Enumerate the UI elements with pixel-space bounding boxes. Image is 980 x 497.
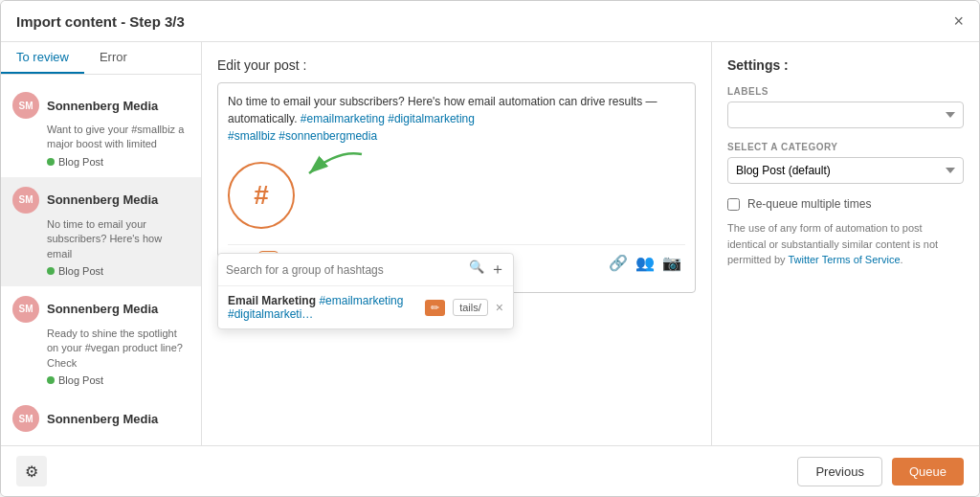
item-desc: Ready to shine the spotlight on your #ve… (47, 327, 189, 371)
labels-select[interactable] (727, 102, 964, 128)
tabs-row: To review Error (1, 42, 201, 75)
item-tag: Blog Post (47, 265, 189, 277)
item-name: Sonnenberg Media (47, 412, 158, 426)
avatar: SM (12, 296, 39, 323)
modal-title: Import content - Step 3/3 (16, 13, 185, 30)
queue-button[interactable]: Queue (892, 458, 964, 486)
avatar: SM (12, 187, 39, 214)
labels-field-label: LABELS (727, 86, 964, 97)
previous-button[interactable]: Previous (797, 457, 882, 486)
item-header: SM Sonnenberg Media (12, 92, 189, 119)
modal-header: Import content - Step 3/3 × (1, 1, 979, 42)
settings-title: Settings : (727, 57, 964, 73)
hashtag-digitalmarketing[interactable]: #digitalmarketing (388, 112, 475, 125)
edit-post-label: Edit your post : (217, 57, 696, 73)
search-icon: 🔍 (469, 260, 484, 280)
item-header: SM Sonnenberg Media (12, 405, 189, 432)
requeue-row: Re-queue multiple times (727, 197, 964, 211)
tag-label: Blog Post (58, 156, 103, 168)
tab-error[interactable]: Error (84, 42, 143, 74)
hashtag-result-row[interactable]: Email Marketing #emailmarketing #digital… (218, 286, 513, 328)
bottom-icon: ⚙ (16, 456, 47, 486)
twitter-tos-link[interactable]: Twitter Terms of Service (788, 254, 900, 265)
requeue-label: Re-queue multiple times (747, 197, 871, 211)
hashtag-emailmarketing[interactable]: #emailmarketing (301, 112, 385, 125)
details-button[interactable]: tails/ (453, 299, 488, 316)
post-text: No time to email your subscribers? Here'… (228, 93, 685, 145)
item-header: SM Sonnenberg Media (12, 187, 189, 214)
item-name: Sonnenberg Media (47, 302, 158, 316)
hashtag-search-icons: 🔍 ＋ (469, 260, 505, 280)
green-arrow-icon (300, 149, 367, 188)
edit-hashtag-button[interactable]: ✏ (425, 300, 445, 316)
close-hashtag-button[interactable]: × (496, 300, 503, 315)
hashtag-search-row: 🔍 ＋ (218, 254, 513, 286)
center-panel: Edit your post : No time to email your s… (202, 42, 711, 445)
list-item[interactable]: SM Sonnenberg Media Ready to shine the s… (1, 286, 201, 395)
add-icon[interactable]: ＋ (490, 260, 505, 280)
tag-label: Blog Post (58, 265, 103, 277)
item-desc: No time to email your subscribers? Here'… (47, 217, 189, 261)
hashtag-sonnenbergmedia[interactable]: #sonnenbergmedia (278, 129, 377, 143)
modal-footer: ⚙ Previous Queue (1, 445, 979, 496)
item-name: Sonnenberg Media (47, 192, 158, 207)
hashtag-dropdown: 🔍 ＋ Email Marketing #emailmarketing #dig… (217, 253, 514, 329)
camera-icon[interactable]: 📷 (662, 254, 681, 272)
category-field-label: SELECT A CATEGORY (727, 142, 964, 152)
hashtag-search-input[interactable] (226, 263, 463, 277)
avatar: SM (12, 92, 39, 119)
item-header: SM Sonnenberg Media (12, 296, 189, 323)
list-item[interactable]: SM Sonnenberg Media Want to give your #s… (1, 82, 201, 177)
hashtag-smallbiz[interactable]: #smallbiz (228, 129, 276, 143)
close-button[interactable]: × (953, 12, 964, 30)
hashtag-icon: # (254, 180, 269, 211)
list-item[interactable]: SM Sonnenberg Media No time to email you… (1, 177, 201, 286)
settings-icon: ⚙ (25, 463, 38, 481)
image-group-icon[interactable]: 👥 (635, 254, 655, 272)
modal-body: To review Error SM Sonnenberg Media Want… (1, 42, 979, 445)
list-item[interactable]: SM Sonnenberg Media (1, 395, 201, 445)
item-name: Sonnenberg Media (47, 99, 158, 113)
item-desc: Want to give your #smallbiz a major boos… (47, 123, 189, 152)
tab-to-review[interactable]: To review (1, 42, 84, 74)
status-dot (47, 376, 55, 384)
requeue-checkbox[interactable] (727, 198, 740, 211)
sidebar-items: SM Sonnenberg Media Want to give your #s… (1, 75, 201, 445)
sidebar: To review Error SM Sonnenberg Media Want… (1, 42, 202, 445)
hashtag-group-name: Email Marketing (228, 294, 316, 307)
disclaimer-text: The use of any form of automation to pos… (727, 220, 964, 268)
avatar: SM (12, 405, 39, 432)
hashtag-result-text: Email Marketing #emailmarketing #digital… (228, 294, 417, 321)
category-select[interactable]: Blog Post (default) (727, 157, 964, 184)
item-tag: Blog Post (47, 374, 189, 386)
modal: Import content - Step 3/3 × To review Er… (0, 0, 980, 497)
settings-panel: Settings : LABELS SELECT A CATEGORY Blog… (711, 42, 979, 445)
hashtag-circle: # (228, 162, 295, 229)
item-tag: Blog Post (47, 156, 189, 168)
status-dot (47, 158, 55, 166)
link-icon[interactable]: 🔗 (609, 254, 628, 272)
status-dot (47, 267, 55, 275)
tag-label: Blog Post (58, 374, 103, 386)
